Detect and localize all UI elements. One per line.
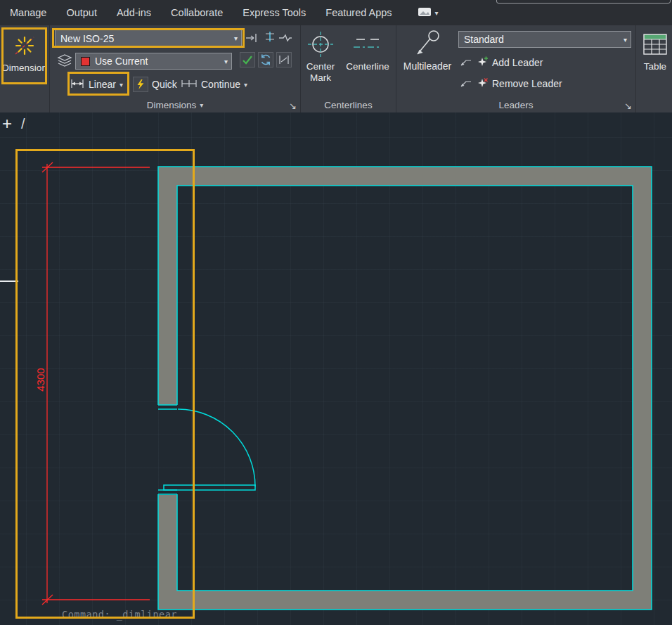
leader-line-icon <box>460 56 472 70</box>
add-leader-icon <box>477 56 488 70</box>
dim-layer-dropdown[interactable]: Use Current ▾ <box>75 53 232 70</box>
centerlines-panel-title: Centerlines <box>301 97 396 112</box>
dimensions-panel-title[interactable]: Dimensions ▾ <box>50 97 300 112</box>
wall-outline[interactable] <box>158 167 652 610</box>
autocad-window: Manage Output Add-ins Collaborate Expres… <box>0 0 672 625</box>
centerline-label: Centerline <box>346 61 389 72</box>
caret-down-icon: ▾ <box>221 58 228 65</box>
dimension-icon <box>13 30 37 62</box>
remove-leader-label: Remove Leader <box>492 78 562 89</box>
linear-label: Linear <box>89 79 116 90</box>
leaders-panel-title-text: Leaders <box>499 100 534 110</box>
dialog-launcher-icon[interactable]: ↘ <box>289 101 297 111</box>
dimensions-panel: New ISO-25 ▾ <box>50 25 300 112</box>
caret-down-icon: ▾ <box>244 81 247 89</box>
update-dimension-button[interactable] <box>258 52 273 67</box>
ribbon: Dimension New ISO-25 ▾ <box>0 25 672 112</box>
dimensions-panel-title-text: Dimensions <box>147 100 197 110</box>
color-swatch-red <box>81 57 90 66</box>
ucs-tick <box>0 281 18 282</box>
centerline-icon <box>351 28 385 60</box>
caret-down-icon: ▾ <box>231 34 238 42</box>
dimension-tool-panel: Dimension <box>0 25 49 112</box>
titlebar-remnant <box>496 0 671 4</box>
leader-style-value: Standard <box>464 34 504 45</box>
image-icon <box>418 7 432 19</box>
menu-item-collaborate[interactable]: Collaborate <box>161 0 233 25</box>
table-button[interactable]: Table <box>639 28 671 72</box>
jog-line-button[interactable] <box>278 31 293 45</box>
dim-layer-value: Use Current <box>95 56 148 67</box>
multileader-icon <box>411 28 444 60</box>
dim-style-value: New ISO-25 <box>60 33 114 44</box>
tables-panel: Table <box>636 25 672 112</box>
crosshair-slash: / <box>21 116 25 132</box>
menu-item-featured-apps[interactable]: Featured Apps <box>316 0 401 25</box>
table-icon <box>643 28 667 60</box>
center-mark-label-2: Mark <box>310 72 331 83</box>
add-leader-button[interactable]: Add Leader <box>460 53 543 72</box>
leader-style-dropdown[interactable]: Standard ▾ <box>458 31 631 48</box>
inspect-dimension-button[interactable] <box>240 52 255 67</box>
continue-dimension-icon <box>181 78 198 91</box>
dimension-button-label: Dimension <box>2 63 47 73</box>
leaders-panel: Multileader Standard ▾ Add Le <box>396 25 635 112</box>
continue-dimension-dropdown[interactable]: Continue ▾ <box>181 75 247 94</box>
menu-item-addins[interactable]: Add-ins <box>107 0 161 25</box>
multileader-label: Multileader <box>403 61 451 72</box>
menu-item-manage[interactable]: Manage <box>0 0 56 25</box>
centerlines-panel-title-text: Centerlines <box>324 100 372 110</box>
linear-dimension-dropdown[interactable]: Linear ▾ <box>70 75 123 94</box>
remove-leader-button[interactable]: Remove Leader <box>460 75 562 93</box>
caret-down-icon: ▾ <box>200 101 203 109</box>
leaders-panel-title: Leaders <box>396 97 635 112</box>
dimension-lines[interactable] <box>42 162 150 605</box>
menu-item-output[interactable]: Output <box>56 0 107 25</box>
caret-down-icon: ▾ <box>119 81 123 89</box>
linear-dimension-icon <box>70 78 85 91</box>
dim-break-button[interactable] <box>244 31 259 45</box>
drawing-area[interactable]: + / 4300 Command: _dimlinear <box>0 112 672 625</box>
center-mark-button[interactable]: Center Mark <box>302 28 340 83</box>
table-label: Table <box>644 61 666 72</box>
new-tab-plus-icon[interactable]: + <box>2 114 12 134</box>
menu-item-express-tools[interactable]: Express Tools <box>233 0 316 25</box>
menu-bar: Manage Output Add-ins Collaborate Expres… <box>0 0 672 25</box>
centerlines-panel: Center Mark Centerline Centerlines <box>301 25 396 112</box>
adjust-space-button[interactable] <box>262 30 278 44</box>
quick-dimension-button[interactable]: Quick <box>133 75 177 94</box>
centerline-button[interactable]: Centerline <box>340 28 395 72</box>
center-mark-label-1: Center <box>306 61 335 72</box>
layers-icon <box>57 54 72 70</box>
remove-leader-icon <box>477 77 488 91</box>
dimension-button[interactable]: Dimension <box>2 30 47 73</box>
dim-style-dropdown[interactable]: New ISO-25 ▾ <box>55 30 242 47</box>
door[interactable] <box>164 409 255 490</box>
oblique-dimension-button[interactable] <box>276 52 292 67</box>
multileader-button[interactable]: Multileader <box>398 28 457 72</box>
dimension-value: 4300 <box>34 362 46 397</box>
caret-down-icon: ▾ <box>435 9 439 17</box>
quick-label: Quick <box>152 79 177 90</box>
floor-plan <box>0 112 672 625</box>
dialog-launcher-icon[interactable]: ↘ <box>624 101 632 111</box>
caret-down-icon: ▾ <box>621 36 627 44</box>
command-line[interactable]: Command: _dimlinear <box>62 609 177 620</box>
leader-line-icon <box>460 77 472 91</box>
quick-dimension-icon <box>133 77 148 92</box>
center-mark-icon <box>305 28 336 60</box>
wall-fill[interactable] <box>158 167 652 610</box>
add-leader-label: Add Leader <box>492 57 543 68</box>
continue-label: Continue <box>201 79 240 90</box>
image-panel-dropdown[interactable]: ▾ <box>413 7 443 19</box>
